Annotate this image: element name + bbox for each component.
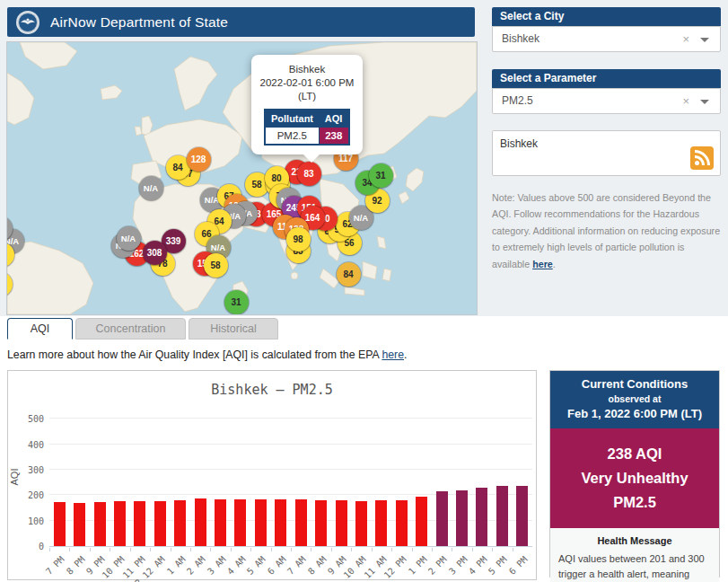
observed-at-label: observed at: [554, 393, 715, 404]
chart-bar[interactable]: [74, 503, 85, 546]
note-text: Note: Values above 500 are considered Be…: [492, 192, 720, 269]
x-tick-mark: [130, 548, 131, 551]
tab-concentration[interactable]: Concentration: [75, 318, 186, 340]
x-tick-mark: [412, 548, 413, 551]
chart-bar[interactable]: [94, 502, 106, 546]
chart-bar[interactable]: [275, 499, 286, 546]
chart-title: Bishkek – PM2.5: [8, 382, 536, 398]
note-suffix: .: [553, 259, 556, 269]
learn-more-body: Learn more about how the Air Quality Ind…: [7, 348, 382, 361]
chart-bar[interactable]: [255, 499, 267, 546]
popup-table: Pollutant AQI PM2.5 238: [264, 109, 350, 146]
note-here-link[interactable]: here: [532, 259, 553, 269]
tab-aqi[interactable]: AQI: [7, 318, 73, 340]
aqi-marker[interactable]: 31: [369, 163, 393, 188]
x-tick-mark: [210, 548, 211, 551]
popup-col-aqi: AQI: [319, 110, 349, 128]
aqi-bar-chart-panel: Bishkek – PM2.5 AQI 01002003004005007 PM…: [7, 370, 537, 580]
parameter-chevron-down-icon[interactable]: [700, 100, 709, 104]
chart-bar[interactable]: [295, 499, 307, 546]
y-tick-label: 0: [13, 542, 44, 551]
popup-aqi-value: 238: [319, 128, 349, 146]
chart-bar[interactable]: [114, 501, 126, 546]
chart-bar[interactable]: [516, 486, 528, 547]
city-chevron-down-icon[interactable]: [700, 38, 709, 42]
health-message-title: Health Message: [558, 535, 711, 546]
popup-col-pollutant: Pollutant: [265, 110, 319, 128]
popup-pollutant-value: PM2.5: [265, 128, 319, 146]
x-tick-mark: [372, 548, 373, 551]
x-tick-mark: [492, 548, 493, 551]
x-tick-mark: [291, 548, 292, 551]
health-message-block: Health Message AQI values between 201 an…: [550, 528, 719, 582]
x-tick-mark: [432, 548, 433, 551]
learn-more-here-link[interactable]: here: [382, 348, 404, 361]
observed-datetime: Feb 1, 2022 6:00 PM (LT): [554, 407, 715, 420]
chart-bar[interactable]: [195, 498, 206, 546]
view-tabs: AQIConcentrationHistorical: [7, 318, 278, 340]
chart-bar[interactable]: [496, 486, 508, 546]
learn-more-text: Learn more about how the Air Quality Ind…: [7, 348, 407, 361]
rss-icon[interactable]: [690, 146, 714, 170]
city-feed-box: Bishkek: [492, 130, 721, 176]
aqi-marker[interactable]: 31: [224, 290, 249, 314]
x-tick-mark: [69, 548, 70, 551]
dos-seal-icon: [16, 11, 39, 34]
chart-bar[interactable]: [134, 501, 145, 546]
beyond-aqi-note: Note: Values above 500 are considered Be…: [492, 190, 723, 272]
aqi-marker[interactable]: 308: [143, 241, 167, 265]
popup-timezone: (LT): [259, 90, 355, 103]
world-aqi-map[interactable]: N/A5784128N/A6713258N/AN/A1656466N/A3397…: [7, 42, 477, 314]
current-pollutant: PM2.5: [554, 490, 715, 515]
chart-bar[interactable]: [436, 491, 448, 546]
chart-bar[interactable]: [315, 500, 327, 546]
x-tick-mark: [90, 548, 91, 551]
chart-bar[interactable]: [396, 500, 408, 546]
x-tick-mark: [190, 548, 191, 551]
aqi-marker[interactable]: 58: [204, 253, 228, 278]
x-tick-mark: [331, 548, 332, 551]
parameter-clear-icon[interactable]: ×: [682, 89, 689, 113]
current-aqi-category: Very Unhealthy: [554, 466, 715, 490]
aqi-marker[interactable]: 98: [286, 227, 311, 251]
select-parameter-header: Select a Parameter: [492, 69, 721, 88]
chart-bar[interactable]: [456, 490, 468, 546]
aqi-marker[interactable]: N/A: [117, 226, 141, 251]
feed-city-label: Bishkek: [500, 137, 538, 150]
chart-bar[interactable]: [174, 500, 186, 546]
chart-plot-area[interactable]: 01002003004005007 PM8 PM9 PM10 PM11 PM20…: [49, 407, 532, 547]
chart-bar[interactable]: [355, 501, 367, 546]
select-city-header: Select a City: [492, 7, 721, 26]
chart-bar[interactable]: [54, 502, 66, 546]
y-tick-label: 400: [13, 440, 44, 450]
y-tick-label: 500: [13, 414, 44, 424]
chart-bar[interactable]: [234, 499, 246, 546]
y-tick-label: 100: [13, 516, 44, 526]
chart-bar[interactable]: [154, 501, 166, 546]
x-tick-mark: [231, 548, 232, 551]
popup-city: Bishkek: [259, 63, 355, 76]
city-select[interactable]: Bishkek ×: [492, 26, 721, 52]
x-tick-mark: [351, 548, 352, 551]
current-aqi-value: 238 AQI: [554, 442, 715, 466]
aqi-marker[interactable]: 128: [187, 147, 211, 172]
x-tick-mark: [150, 548, 151, 551]
current-conditions-header: Current Conditions observed at Feb 1, 20…: [550, 371, 719, 428]
chart-bar[interactable]: [215, 499, 226, 546]
x-tick-mark: [49, 548, 50, 551]
aqi-marker[interactable]: 84: [337, 262, 361, 287]
x-tick-mark: [250, 548, 251, 551]
gridline: [49, 444, 532, 445]
aqi-marker[interactable]: 83: [297, 162, 321, 186]
chart-bar[interactable]: [336, 500, 347, 546]
chart-bar[interactable]: [416, 497, 427, 546]
chart-bar[interactable]: [375, 500, 387, 546]
health-message-text: AQI values between 201 and 300 trigger a…: [558, 551, 711, 582]
city-clear-icon[interactable]: ×: [682, 27, 689, 51]
current-conditions-panel: Current Conditions observed at Feb 1, 20…: [549, 370, 720, 578]
parameter-select[interactable]: PM2.5 ×: [492, 88, 721, 114]
x-tick-mark: [391, 548, 392, 551]
chart-bar[interactable]: [476, 488, 487, 546]
aqi-marker[interactable]: N/A: [139, 176, 163, 200]
tab-historical[interactable]: Historical: [189, 318, 278, 340]
